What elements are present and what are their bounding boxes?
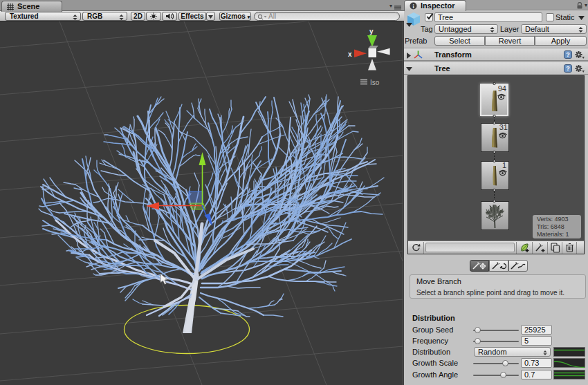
svg-text:?: ? (566, 51, 570, 58)
svg-text:?: ? (566, 65, 570, 72)
svg-text:y: y (369, 28, 374, 35)
svg-text:x: x (348, 50, 352, 58)
svg-text:Iso: Iso (370, 79, 380, 86)
